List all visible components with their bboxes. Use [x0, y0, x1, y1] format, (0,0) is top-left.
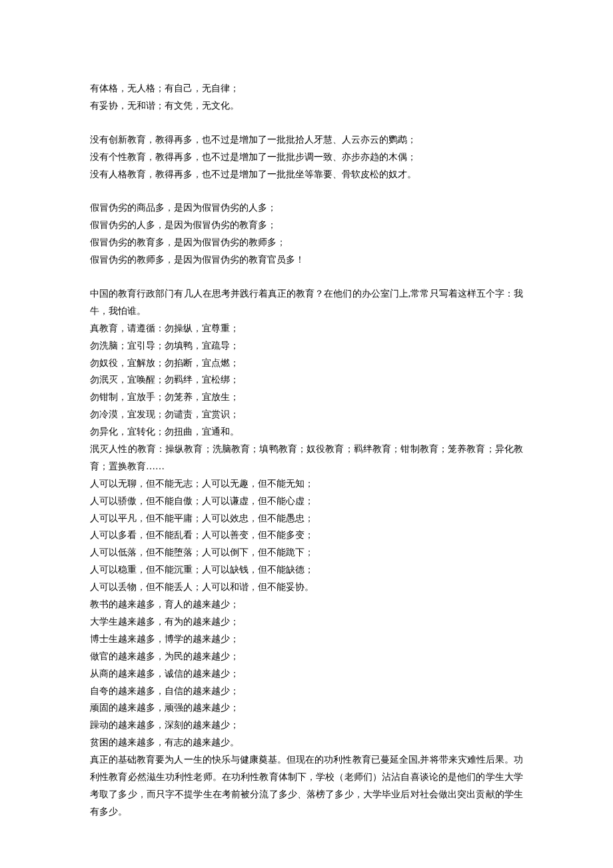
text-line: 假冒伪劣的教师多，是因为假冒伪劣的教育官员多！ [90, 251, 523, 269]
section-4: 中国的教育行政部门有几人在思考并践行着真正的教育？在他们的办公室门上,常常只写着… [90, 285, 523, 821]
section-1: 有体格，无人格；有自己，无自律； 有妥协，无和谐；有文凭，无文化。 [90, 80, 523, 115]
text-line: 人可以骄傲，但不能自傲；人可以谦虚，但不能心虚； [90, 493, 523, 510]
text-line: 中国的教育行政部门有几人在思考并践行着真正的教育？在他们的办公室门上,常常只写着… [90, 285, 523, 320]
text-line: 大学生越来越多，有为的越来越少； [90, 613, 523, 631]
text-line: 勿冷漠，宜发现；勿谴责，宜赏识； [90, 406, 523, 423]
text-line: 勿钳制，宜放手；勿笼养，宜放生； [90, 389, 523, 406]
text-line: 人可以丢物，但不能丢人；人可以和谐，但不能妥协。 [90, 579, 523, 596]
text-line: 有妥协，无和谐；有文凭，无文化。 [90, 97, 523, 115]
text-line: 博士生越来越多，博学的越来越少； [90, 631, 523, 648]
document-content: 有体格，无人格；有自己，无自律； 有妥协，无和谐；有文凭，无文化。 没有创新教育… [90, 80, 523, 821]
text-line: 人可以平凡，但不能平庸；人可以效忠，但不能愚忠； [90, 510, 523, 527]
text-line: 真正的基础教育要为人一生的快乐与健康奠基。但现在的功利性教育已蔓延全国,并将带来… [90, 751, 523, 821]
text-line: 假冒伪劣的教育多，是因为假冒伪劣的教师多； [90, 234, 523, 251]
text-line: 躁动的越来越多，深刻的越来越少； [90, 717, 523, 734]
text-line: 人可以无聊，但不能无志；人可以无趣，但不能无知； [90, 475, 523, 493]
text-line: 没有个性教育，教得再多，也不过是增加了一批批步调一致、亦步亦趋的木偶； [90, 149, 523, 166]
text-line: 人可以稳重，但不能沉重；人可以缺钱，但不能缺德； [90, 561, 523, 579]
text-line: 顽固的越来越多，顽强的越来越少； [90, 699, 523, 717]
section-3: 假冒伪劣的商品多，是因为假冒伪劣的人多； 假冒伪劣的人多，是因为假冒伪劣的教育多… [90, 199, 523, 269]
text-line: 假冒伪劣的人多，是因为假冒伪劣的教育多； [90, 217, 523, 234]
text-line: 有体格，无人格；有自己，无自律； [90, 80, 523, 97]
text-line: 假冒伪劣的商品多，是因为假冒伪劣的人多； [90, 199, 523, 217]
text-line: 泯灭人性的教育：操纵教育；洗脑教育；填鸭教育；奴役教育；羁绊教育；钳制教育；笼养… [90, 441, 523, 475]
text-line: 勿异化，宜转化；勿扭曲，宜通和。 [90, 423, 523, 441]
text-line: 自夸的越来越多，自信的越来越少； [90, 683, 523, 700]
text-line: 勿泯灭，宜唤醒；勿羁绊，宜松绑； [90, 371, 523, 389]
text-line: 教书的越来越多，育人的越来越少； [90, 596, 523, 613]
section-2: 没有创新教育，教得再多，也不过是增加了一批批拾人牙慧、人云亦云的鹦鹉； 没有个性… [90, 131, 523, 183]
text-line: 没有创新教育，教得再多，也不过是增加了一批批拾人牙慧、人云亦云的鹦鹉； [90, 131, 523, 149]
text-line: 人可以低落，但不能堕落；人可以倒下，但不能跪下； [90, 544, 523, 561]
text-line: 勿奴役，宜解放；勿掐断，宜点燃； [90, 355, 523, 372]
text-line: 没有人格教育，教得再多，也不过是增加了一批批坐等靠要、骨软皮松的奴才。 [90, 166, 523, 183]
text-line: 真教育，请遵循：勿操纵，宜尊重； [90, 320, 523, 337]
text-line: 做官的越来越多，为民的越来越少； [90, 648, 523, 665]
text-line: 从商的越来越多，诚信的越来越少； [90, 665, 523, 683]
text-line: 人可以多看，但不能乱看；人可以善变，但不能多变； [90, 527, 523, 544]
text-line: 勿洗脑；宜引导；勿填鸭，宜疏导； [90, 337, 523, 355]
text-line: 贫困的越来越多，有志的越来越少。 [90, 734, 523, 751]
